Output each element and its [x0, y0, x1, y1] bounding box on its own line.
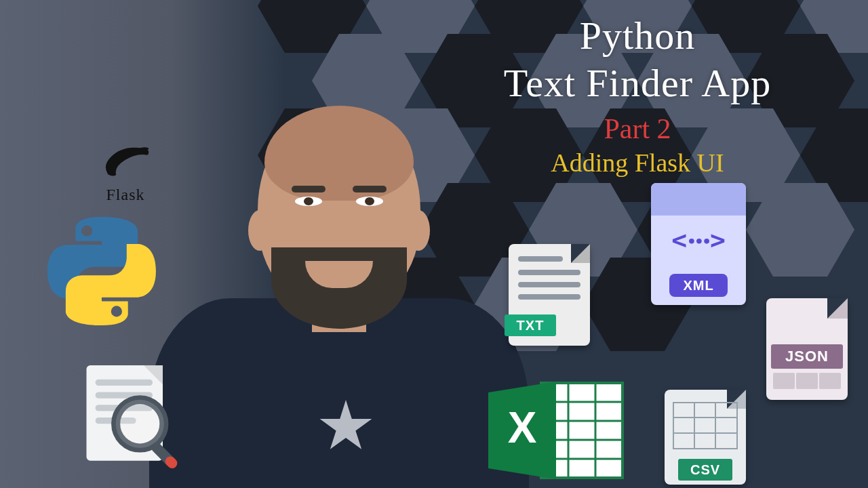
txt-badge: TXT — [505, 314, 556, 336]
presenter-photo — [176, 108, 515, 488]
svg-text:X: X — [508, 403, 537, 452]
search-document-icon — [81, 363, 183, 471]
json-file-icon: JSON — [766, 298, 848, 400]
flask-icon: Flask — [95, 142, 156, 204]
txt-file-icon: TXT — [509, 244, 590, 346]
svg-point-7 — [116, 400, 164, 448]
svg-rect-2 — [96, 380, 153, 386]
xml-file-icon: <•••> XML — [651, 183, 746, 305]
python-icon — [47, 217, 156, 325]
excel-file-icon: X — [488, 376, 631, 485]
json-badge: JSON — [771, 344, 843, 369]
csv-file-icon: CSV — [665, 390, 746, 485]
xml-badge: XML — [669, 274, 728, 297]
csv-badge: CSV — [678, 459, 732, 481]
flask-label: Flask — [95, 186, 156, 204]
